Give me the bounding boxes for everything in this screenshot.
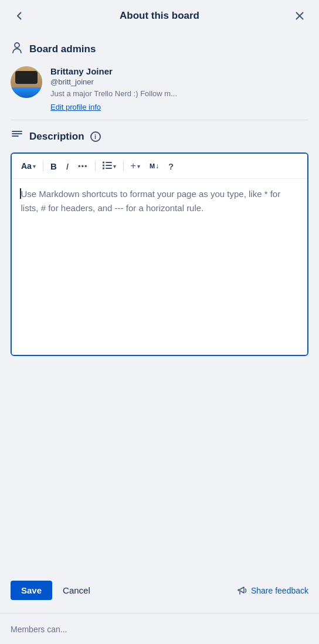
toolbar-separator-2 — [95, 161, 96, 171]
toolbar-font-chevron-icon: ▾ — [33, 163, 36, 170]
toolbar-list-btn[interactable]: ▾ — [99, 159, 120, 174]
toolbar-italic-label: I — [66, 161, 69, 171]
toolbar-md-label: M↓ — [150, 162, 159, 170]
toolbar-list-chevron-icon: ▾ — [113, 163, 116, 170]
svg-rect-2 — [103, 164, 104, 166]
board-admins-heading: Board admins — [11, 41, 308, 57]
header: About this board — [0, 0, 319, 32]
back-icon — [14, 11, 25, 21]
megaphone-icon — [237, 585, 247, 596]
main-content: Board admins Brittany Joiner @britt_join… — [0, 32, 319, 572]
toolbar-font-btn[interactable]: Aa ▾ — [18, 159, 39, 173]
toolbar-more-btn[interactable]: ••• — [74, 160, 91, 173]
editor-body[interactable]: Use Markdown shortcuts to format your pa… — [12, 179, 307, 355]
close-icon — [294, 11, 305, 21]
toolbar-insert-chevron-icon: ▾ — [137, 163, 140, 170]
editor-placeholder: Use Markdown shortcuts to format your pa… — [21, 187, 300, 215]
svg-rect-5 — [106, 168, 112, 169]
close-button[interactable] — [290, 8, 310, 23]
toolbar-help-label: ? — [168, 161, 174, 171]
header-title: About this board — [29, 10, 290, 22]
toolbar-help-btn[interactable]: ? — [165, 159, 177, 174]
board-admins-label: Board admins — [29, 43, 96, 55]
members-label: Members can... — [11, 625, 67, 634]
toolbar-separator-1 — [43, 161, 43, 171]
description-editor: Aa ▾ B I ••• — [11, 152, 308, 356]
avatar — [11, 66, 42, 98]
toolbar-separator-3 — [123, 161, 124, 171]
toolbar-md-btn[interactable]: M↓ — [146, 160, 162, 172]
action-bar: Save Cancel Share feedback — [0, 572, 319, 608]
svg-rect-3 — [106, 165, 112, 166]
back-button[interactable] — [9, 8, 29, 23]
toolbar-bold-btn[interactable]: B — [47, 159, 60, 174]
share-feedback-link[interactable]: Share feedback — [237, 585, 308, 596]
admin-info: Brittany Joiner @britt_joiner Just a maj… — [50, 66, 177, 111]
description-icon — [11, 128, 23, 144]
info-icon: i — [90, 131, 101, 142]
toolbar-font-label: Aa — [21, 161, 32, 171]
save-button[interactable]: Save — [11, 581, 52, 600]
avatar-image — [11, 66, 42, 98]
share-feedback-label: Share feedback — [251, 586, 308, 595]
admin-bio: Just a major Trello Nerd :) Follow m... — [50, 89, 177, 99]
admin-username: @britt_joiner — [50, 77, 177, 86]
toolbar-italic-btn[interactable]: I — [63, 159, 72, 174]
editor-toolbar: Aa ▾ B I ••• — [12, 154, 307, 179]
svg-rect-0 — [103, 161, 104, 163]
edit-profile-link[interactable]: Edit profile info — [50, 103, 177, 111]
description-heading: Description i — [11, 128, 308, 144]
admin-name: Brittany Joiner — [50, 66, 177, 76]
person-icon — [11, 41, 23, 57]
toolbar-bold-label: B — [50, 161, 57, 171]
panel: About this board Board admins Brittany J… — [0, 0, 319, 644]
toolbar-more-label: ••• — [78, 162, 88, 171]
toolbar-insert-btn[interactable]: + ▾ — [127, 158, 144, 174]
svg-rect-1 — [106, 162, 112, 163]
admin-profile: Brittany Joiner @britt_joiner Just a maj… — [11, 66, 308, 111]
section-divider — [11, 120, 308, 120]
svg-rect-4 — [103, 167, 104, 169]
description-label: Description — [29, 131, 84, 143]
cancel-button[interactable]: Cancel — [59, 581, 94, 600]
toolbar-insert-label: + — [131, 161, 136, 171]
members-section: Members can... — [0, 614, 319, 644]
toolbar-list-label — [103, 161, 112, 171]
